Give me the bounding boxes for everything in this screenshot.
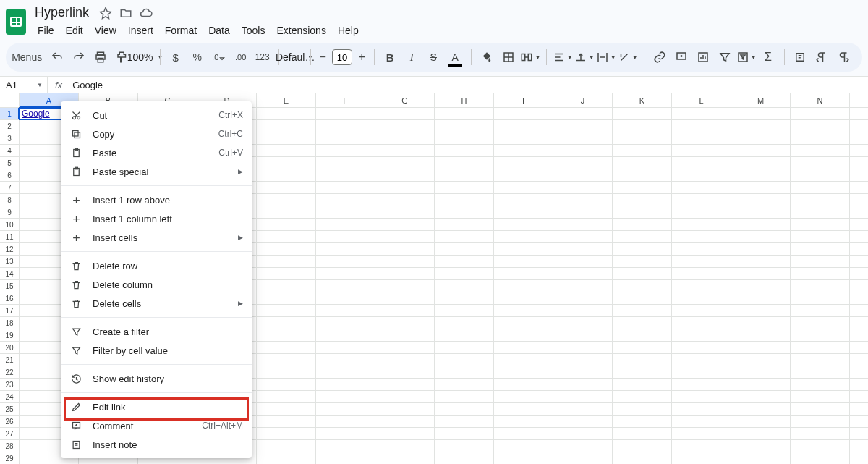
cell-F2[interactable] [316, 120, 375, 132]
cell-G14[interactable] [375, 268, 435, 279]
cell-F19[interactable] [316, 329, 375, 341]
cell-E25[interactable] [257, 403, 316, 415]
cell-M16[interactable] [731, 292, 791, 304]
cell-F4[interactable] [316, 145, 375, 156]
cell-M28[interactable] [731, 440, 791, 452]
cell-E8[interactable] [257, 194, 316, 206]
insert-link-button[interactable] [650, 47, 670, 67]
text-rotation-button[interactable]: ▼ [618, 47, 638, 67]
cell-G29[interactable] [375, 452, 435, 464]
cell-L21[interactable] [672, 354, 731, 366]
cell-H17[interactable] [435, 305, 494, 316]
cell-M1[interactable] [731, 108, 791, 119]
cell-L13[interactable] [672, 256, 731, 267]
cell-K1[interactable] [613, 108, 672, 119]
cell-M2[interactable] [731, 120, 791, 132]
row-header-26[interactable]: 26 [0, 416, 20, 427]
cell-I2[interactable] [494, 120, 553, 132]
cell-L11[interactable] [672, 231, 731, 242]
cell-I12[interactable] [494, 243, 553, 255]
cell-L6[interactable] [672, 169, 731, 181]
cell-M27[interactable] [731, 428, 791, 439]
col-header-I[interactable]: I [494, 93, 553, 107]
cell-F9[interactable] [316, 206, 375, 218]
cell-G16[interactable] [375, 292, 435, 304]
cell-H26[interactable] [435, 416, 494, 427]
cell-N26[interactable] [791, 416, 850, 427]
cell-N21[interactable] [791, 354, 850, 366]
cell-J3[interactable] [553, 132, 613, 144]
col-header-L[interactable]: L [672, 93, 731, 107]
cell-J23[interactable] [553, 379, 613, 390]
cell-L26[interactable] [672, 416, 731, 427]
cell-K13[interactable] [613, 256, 672, 267]
cell-I16[interactable] [494, 292, 553, 304]
cell-H9[interactable] [435, 206, 494, 218]
cell-G23[interactable] [375, 379, 435, 390]
cell-K26[interactable] [613, 416, 672, 427]
context-menu-paste[interactable]: PasteCtrl+V [61, 143, 252, 162]
cell-J25[interactable] [553, 403, 613, 415]
row-header-20[interactable]: 20 [0, 342, 20, 353]
cell-E15[interactable] [257, 280, 316, 292]
cell-M19[interactable] [731, 329, 791, 341]
cell-E29[interactable] [257, 452, 316, 464]
cell-H1[interactable] [435, 108, 494, 119]
cell-M24[interactable] [731, 391, 791, 402]
cell-M7[interactable] [731, 182, 791, 193]
row-header-17[interactable]: 17 [0, 305, 20, 316]
cell-M26[interactable] [731, 416, 791, 427]
cell-J5[interactable] [553, 157, 613, 169]
cell-G8[interactable] [375, 194, 435, 206]
row-header-13[interactable]: 13 [0, 256, 20, 267]
cell-M23[interactable] [731, 379, 791, 390]
cell-G19[interactable] [375, 329, 435, 341]
cell-L14[interactable] [672, 268, 731, 279]
cell-K5[interactable] [613, 157, 672, 169]
cell-K20[interactable] [613, 342, 672, 353]
font-size-decrease[interactable]: − [316, 51, 329, 64]
cell-K24[interactable] [613, 391, 672, 402]
cell-N10[interactable] [791, 219, 850, 230]
menu-data[interactable]: Data [203, 22, 236, 38]
col-header-N[interactable]: N [791, 93, 850, 107]
cell-L8[interactable] [672, 194, 731, 206]
cell-I7[interactable] [494, 182, 553, 193]
redo-button[interactable] [69, 47, 89, 67]
cell-E7[interactable] [257, 182, 316, 193]
name-box[interactable]: A1▼ [0, 76, 48, 93]
cell-J6[interactable] [553, 169, 613, 181]
cell-J7[interactable] [553, 182, 613, 193]
cell-E17[interactable] [257, 305, 316, 316]
ltr-paragraph-button[interactable] [812, 47, 832, 67]
cell-E19[interactable] [257, 329, 316, 341]
row-header-7[interactable]: 7 [0, 182, 20, 193]
cell-F29[interactable] [316, 452, 375, 464]
cell-K12[interactable] [613, 243, 672, 255]
cell-H13[interactable] [435, 256, 494, 267]
cell-J18[interactable] [553, 317, 613, 329]
cell-G24[interactable] [375, 391, 435, 402]
cell-I13[interactable] [494, 256, 553, 267]
cell-F11[interactable] [316, 231, 375, 242]
cell-M3[interactable] [731, 132, 791, 144]
cell-H19[interactable] [435, 329, 494, 341]
cell-F1[interactable] [316, 108, 375, 119]
cell-H21[interactable] [435, 354, 494, 366]
cell-G25[interactable] [375, 403, 435, 415]
row-header-29[interactable]: 29 [0, 452, 20, 464]
cell-L27[interactable] [672, 428, 731, 439]
vertical-align-button[interactable]: ▼ [574, 47, 595, 67]
cell-E1[interactable] [257, 108, 316, 119]
cell-M20[interactable] [731, 342, 791, 353]
row-header-1[interactable]: 1 [0, 108, 20, 119]
filter-button[interactable] [715, 47, 735, 67]
cell-E24[interactable] [257, 391, 316, 402]
cell-F13[interactable] [316, 256, 375, 267]
text-color-button[interactable]: A [445, 47, 465, 67]
move-icon[interactable] [119, 7, 132, 20]
cell-K6[interactable] [613, 169, 672, 181]
cell-I20[interactable] [494, 342, 553, 353]
cell-N22[interactable] [791, 366, 850, 378]
cell-F27[interactable] [316, 428, 375, 439]
